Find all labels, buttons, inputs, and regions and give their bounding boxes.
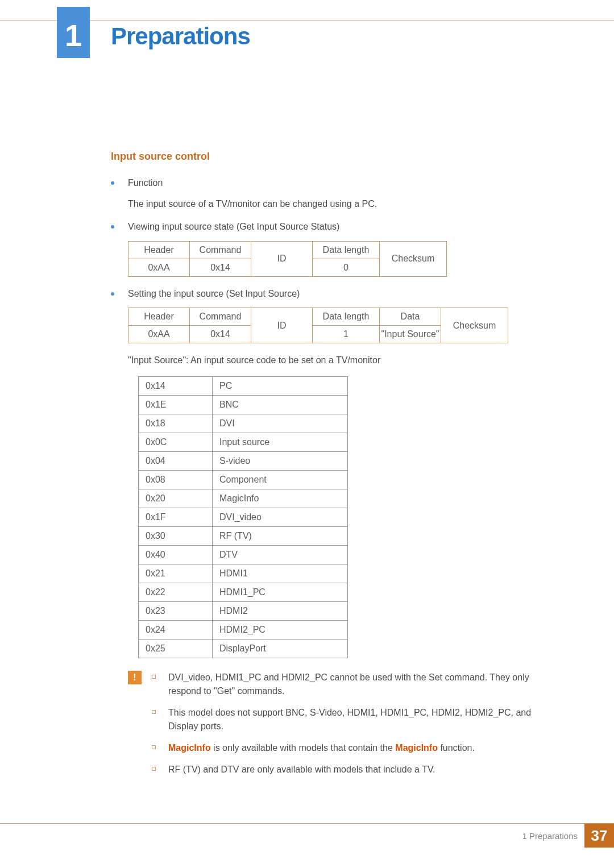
code-name: Input source — [213, 433, 348, 452]
th-id: ID — [251, 241, 313, 276]
table-row: 0x23HDMI2 — [139, 602, 348, 621]
code-name: S-video — [213, 452, 348, 471]
source-codes-table: 0x14PC0x1EBNC0x18DVI0x0CInput source0x04… — [138, 376, 348, 658]
td-command: 0x14 — [190, 259, 251, 276]
footer: 1 Preparations 37 — [522, 824, 614, 848]
table-row: 0x21HDMI1 — [139, 564, 348, 583]
th-id: ID — [251, 308, 313, 343]
table-row: 0x30RF (TV) — [139, 527, 348, 546]
bullet-item: Setting the input source (Set Input Sour… — [111, 287, 532, 301]
code-value: 0x30 — [139, 527, 213, 546]
square-bullet-icon — [152, 767, 156, 771]
notice-text: DVI_video, HDMI1_PC and HDMI2_PC cannot … — [168, 671, 532, 698]
chapter-tab: 1 — [57, 7, 90, 58]
td-header: 0xAA — [128, 326, 190, 343]
th-header: Header — [128, 308, 190, 326]
th-checksum: Checksum — [380, 241, 447, 276]
table-row: 0x1EBNC — [139, 396, 348, 414]
th-datalen: Data length — [313, 241, 380, 259]
table-row: 0x04S-video — [139, 452, 348, 471]
table-row: 0x18DVI — [139, 414, 348, 433]
notice-text: RF (TV) and DTV are only available with … — [168, 763, 435, 776]
code-value: 0x18 — [139, 414, 213, 433]
set-command-table: Header Command ID Data length Data Check… — [128, 308, 508, 343]
code-value: 0x40 — [139, 546, 213, 564]
square-bullet-icon — [152, 745, 156, 749]
notice-item: MagicInfo is only available with models … — [152, 741, 532, 755]
table-row: 0x0CInput source — [139, 433, 348, 452]
section-title: Input source control — [111, 151, 210, 163]
code-value: 0x25 — [139, 639, 213, 658]
get-command-table: Header Command ID Data length Checksum 0… — [128, 241, 447, 277]
code-value: 0x24 — [139, 621, 213, 639]
td-datalen: 0 — [313, 259, 380, 276]
code-value: 0x20 — [139, 489, 213, 508]
table-row: 0x20MagicInfo — [139, 489, 348, 508]
square-bullet-icon — [152, 710, 156, 714]
table-row: 0x22HDMI1_PC — [139, 583, 348, 602]
code-value: 0x22 — [139, 583, 213, 602]
code-value: 0x0C — [139, 433, 213, 452]
code-value: 0x08 — [139, 471, 213, 489]
notice-item: RF (TV) and DTV are only available with … — [152, 763, 532, 776]
page-number: 37 — [584, 824, 614, 848]
notice-text: MagicInfo is only available with models … — [168, 741, 475, 755]
th-command: Command — [190, 241, 251, 259]
code-name: BNC — [213, 396, 348, 414]
bullet-item: Viewing input source state (Get Input So… — [111, 220, 532, 234]
td-command: 0x14 — [190, 326, 251, 343]
code-value: 0x23 — [139, 602, 213, 621]
content-area: Function The input source of a TV/monito… — [111, 176, 532, 784]
table-row: 0x24HDMI2_PC — [139, 621, 348, 639]
td-header: 0xAA — [128, 259, 190, 276]
bullet-icon — [111, 292, 114, 296]
code-name: DisplayPort — [213, 639, 348, 658]
page-title: Preparations — [111, 23, 250, 50]
code-value: 0x1F — [139, 508, 213, 527]
table-row: 0x40DTV — [139, 546, 348, 564]
bullet-subtext: The input source of a TV/monitor can be … — [128, 197, 532, 211]
square-bullet-icon — [152, 675, 156, 679]
bullet-text: Viewing input source state (Get Input So… — [128, 220, 532, 234]
table-row: 0x25DisplayPort — [139, 639, 348, 658]
notice-item: DVI_video, HDMI1_PC and HDMI2_PC cannot … — [152, 671, 532, 698]
code-name: HDMI2_PC — [213, 621, 348, 639]
code-value: 0x1E — [139, 396, 213, 414]
code-name: HDMI2 — [213, 602, 348, 621]
th-data: Data — [380, 308, 441, 326]
table-row: 0x08Component — [139, 471, 348, 489]
notice-block: ! DVI_video, HDMI1_PC and HDMI2_PC canno… — [128, 671, 532, 784]
th-checksum: Checksum — [441, 308, 508, 343]
code-name: Component — [213, 471, 348, 489]
code-name: DVI_video — [213, 508, 348, 527]
td-datalen: 1 — [313, 326, 380, 343]
top-rule — [0, 20, 614, 20]
bullet-icon — [111, 181, 114, 185]
code-name: RF (TV) — [213, 527, 348, 546]
warning-icon: ! — [128, 671, 142, 684]
code-value: 0x04 — [139, 452, 213, 471]
notice-text: This model does not support BNC, S-Video… — [168, 706, 532, 733]
table-row: 0x1FDVI_video — [139, 508, 348, 527]
caption: "Input Source": An input source code to … — [128, 354, 532, 367]
footer-text: 1 Preparations — [522, 831, 578, 841]
code-name: HDMI1 — [213, 564, 348, 583]
bullet-text: Setting the input source (Set Input Sour… — [128, 287, 532, 301]
th-command: Command — [190, 308, 251, 326]
th-datalen: Data length — [313, 308, 380, 326]
code-name: MagicInfo — [213, 489, 348, 508]
code-name: DVI — [213, 414, 348, 433]
code-value: 0x14 — [139, 377, 213, 396]
code-name: HDMI1_PC — [213, 583, 348, 602]
code-name: PC — [213, 377, 348, 396]
table-row: 0x14PC — [139, 377, 348, 396]
notice-item: This model does not support BNC, S-Video… — [152, 706, 532, 733]
bullet-text: Function — [128, 176, 532, 190]
bullet-item: Function — [111, 176, 532, 190]
bullet-icon — [111, 225, 114, 229]
th-header: Header — [128, 241, 190, 259]
td-data: "Input Source" — [380, 326, 441, 343]
code-name: DTV — [213, 546, 348, 564]
code-value: 0x21 — [139, 564, 213, 583]
